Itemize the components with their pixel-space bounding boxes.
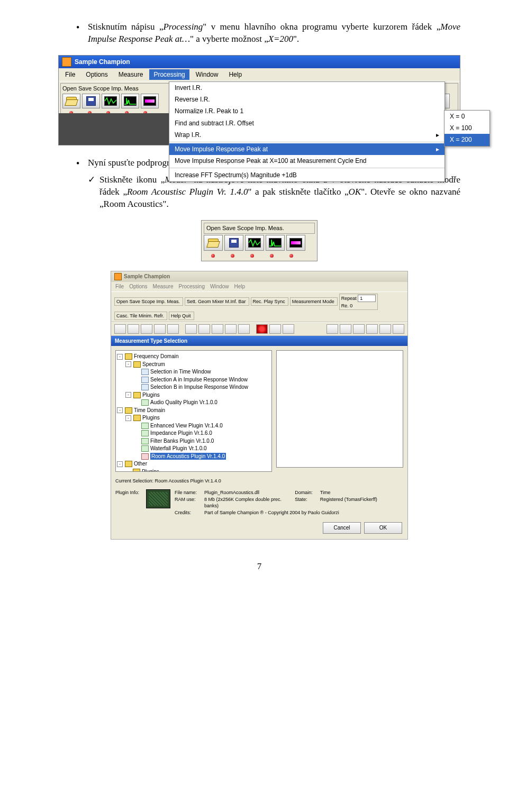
menu-invert-ir[interactable]: Invert I.R. [169, 82, 444, 94]
tree-item[interactable]: -Plugins [117, 414, 270, 422]
menu-options[interactable]: Options [81, 69, 112, 80]
scope-icon [248, 238, 261, 248]
ok-button[interactable]: OK [364, 522, 402, 534]
menu-wrap-ir[interactable]: Wrap I.R.▸ [169, 129, 444, 141]
toolbar-button[interactable] [366, 324, 378, 334]
menu-window[interactable]: Window [210, 283, 229, 290]
main-toolbar-buttons [111, 322, 407, 336]
play-button[interactable] [269, 324, 281, 334]
preview-pane [276, 350, 403, 468]
menu-increase-fft-magnitude[interactable]: Increase FFT Spectrum(s) Magnitude +1dB [169, 169, 444, 181]
menu-window[interactable]: Window [192, 69, 223, 80]
filename-value: Plugin_RoomAcoustics.dll [204, 489, 287, 496]
folder-icon [133, 415, 141, 421]
submenu-x100[interactable]: X = 100 [444, 122, 489, 134]
toolbar-button[interactable] [353, 324, 365, 334]
menu-processing[interactable]: Processing [179, 283, 205, 290]
menu-find-subtract-offset[interactable]: Find and subtract I.R. Offset [169, 117, 444, 129]
tree-item[interactable]: Selection A in Impulse Response Window [117, 376, 270, 384]
expand-icon[interactable]: - [125, 392, 131, 398]
toolbar-button[interactable] [141, 324, 152, 334]
impulse-icon [124, 96, 137, 106]
measurement-type-tree[interactable]: -Frequency Domain-SpectrumSelection in T… [115, 350, 272, 472]
toolbar-button[interactable] [185, 324, 197, 334]
plugin-info-header: Plugin Info: [115, 489, 142, 496]
tree-item[interactable]: -Spectrum [117, 361, 270, 369]
tree-item-label: Room Acoustics Plugin Vr.1.4.0 [150, 453, 226, 460]
menu-move-ir-peak-x100[interactable]: Move Impulse Response Peak at X=100 at M… [169, 155, 444, 167]
menu-options[interactable]: Options [129, 283, 147, 290]
toolbar-button[interactable] [128, 324, 139, 334]
tree-item[interactable]: Plugins [117, 468, 270, 472]
menu-reverse-ir[interactable]: Reverse I.R. [169, 94, 444, 105]
menu-normalize-ir[interactable]: Normalize I.R. Peak to 1 [169, 105, 444, 117]
paragraph-1: • Stisknutím nápisu „Processing" v menu … [76, 21, 460, 45]
tree-item-label: Enhanced View Plugin Vr.1.4.0 [150, 422, 223, 430]
ram-value: 8 Mb (2x256K Complex double prec. banks) [204, 496, 287, 509]
sync-button[interactable] [283, 324, 294, 334]
scope-icon [104, 96, 117, 106]
folder-icon [125, 353, 132, 360]
tree-item[interactable]: Waterfall Plugin Vr.1.0.0 [117, 445, 270, 453]
menu-file[interactable]: File [61, 69, 79, 80]
expand-icon[interactable]: - [117, 461, 123, 467]
repeat-input[interactable]: 1 [358, 295, 376, 302]
chip-icon [146, 489, 170, 508]
folder-icon [125, 461, 132, 467]
submenu-x0[interactable]: X = 0 [444, 111, 489, 122]
tree-item[interactable]: Impedance Plugin Vr.1.6.0 [117, 430, 270, 437]
quit-button[interactable] [393, 324, 404, 334]
menu-move-ir-peak-at[interactable]: Move Impulse Response Peak at▸ [169, 143, 444, 155]
open-button[interactable] [204, 235, 223, 251]
plugin-icon [141, 377, 149, 383]
toolbar-button[interactable] [212, 324, 223, 334]
toolbar-button[interactable] [225, 324, 237, 334]
folder-icon [133, 469, 140, 472]
main-toolbar: Open Save Scope Imp. Meas. Sett. Geom Mi… [111, 291, 407, 322]
tree-item[interactable]: Filter Banks Plugin Vr.1.0.0 [117, 437, 270, 445]
expand-icon[interactable]: - [117, 407, 123, 413]
open-button[interactable] [62, 94, 80, 108]
toolbar-button[interactable] [167, 324, 179, 334]
scope-button[interactable] [245, 235, 264, 251]
toolbar-button[interactable] [198, 324, 210, 334]
scope-button[interactable] [102, 94, 120, 108]
meas-button[interactable] [141, 94, 159, 108]
tree-item[interactable]: Selection B in Impulse Response Window [117, 384, 270, 391]
tree-item[interactable]: Room Acoustics Plugin Vr.1.4.0 [117, 453, 270, 461]
help-button[interactable] [379, 324, 391, 334]
plugin-icon [141, 384, 149, 390]
save-button[interactable] [224, 235, 243, 251]
toolbar-button[interactable] [340, 324, 351, 334]
tree-item[interactable]: -Frequency Domain [117, 353, 270, 361]
paragraph-1-text: Stisknutím nápisu „Processing" v menu hl… [88, 21, 460, 45]
impulse-button[interactable] [121, 94, 139, 108]
submenu-arrow-icon: ▸ [436, 145, 439, 153]
impulse-button[interactable] [266, 235, 285, 251]
submenu-x200[interactable]: X = 200 [444, 134, 489, 145]
tree-item[interactable]: Selection in Time Window [117, 368, 270, 376]
meas-button[interactable] [286, 235, 305, 251]
menu-help[interactable]: Help [234, 283, 246, 290]
tree-item[interactable]: Enhanced View Plugin Vr.1.4.0 [117, 422, 270, 430]
toolbar-button[interactable] [326, 324, 338, 334]
tree-item[interactable]: -Time Domain [117, 407, 270, 415]
toolbar-button[interactable] [114, 324, 126, 334]
tree-item[interactable]: -Other [117, 460, 270, 468]
expand-icon[interactable]: - [125, 415, 131, 421]
toolbar-button[interactable] [238, 324, 250, 334]
tree-item[interactable]: -Plugins [117, 391, 270, 399]
record-button[interactable] [256, 324, 268, 334]
menu-processing[interactable]: Processing [149, 69, 189, 80]
tree-item-label: Waterfall Plugin Vr.1.0.0 [150, 445, 207, 452]
menu-measure[interactable]: Measure [114, 69, 148, 80]
menu-measure[interactable]: Measure [153, 283, 174, 290]
tree-item[interactable]: Audio Quality Plugin Vr.1.0.0 [117, 399, 270, 407]
expand-icon[interactable]: - [117, 354, 123, 360]
expand-icon[interactable]: - [125, 361, 131, 367]
menu-file[interactable]: File [115, 283, 124, 290]
cancel-button[interactable]: Cancel [323, 522, 361, 534]
menu-help[interactable]: Help [224, 69, 246, 80]
save-button[interactable] [82, 94, 100, 108]
toolbar-button[interactable] [154, 324, 166, 334]
